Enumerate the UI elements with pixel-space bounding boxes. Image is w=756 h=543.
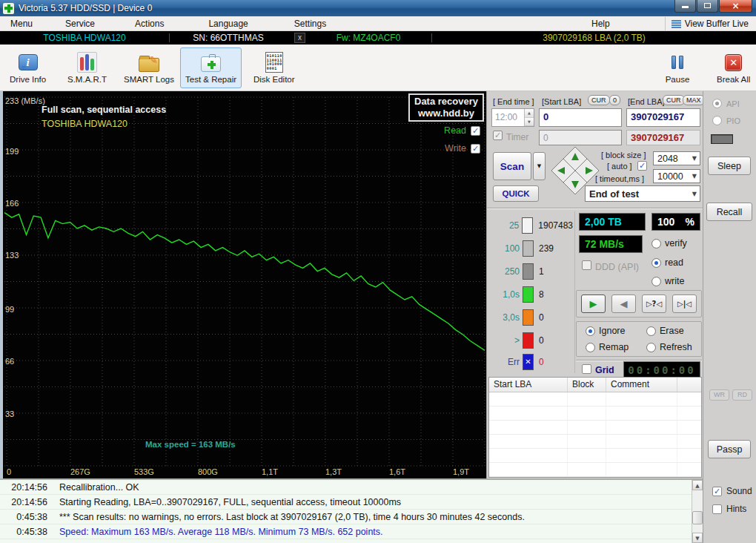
- sleep-button[interactable]: Sleep: [708, 157, 751, 175]
- end-action-select[interactable]: End of test▼: [585, 185, 700, 202]
- pio-radio[interactable]: PIO: [712, 116, 740, 125]
- drive-firmware: Fw: MZ4OACF0: [305, 31, 431, 45]
- erase-radio[interactable]: Erase: [646, 326, 684, 336]
- test-repair-button[interactable]: Test & Repair: [180, 47, 242, 88]
- hints-checkbox[interactable]: Hints: [712, 504, 746, 514]
- speed-display: 72 MB/s: [579, 235, 643, 253]
- read-radio[interactable]: read: [651, 257, 683, 268]
- defect-table[interactable]: Start LBA Block Comment: [488, 377, 702, 478]
- x-tick-label: 1,3T: [325, 467, 342, 476]
- side-column: API PIO Sleep Recall WR RD Passp Sound H…: [703, 91, 756, 543]
- menu-item-menu[interactable]: Menu: [3, 17, 40, 30]
- block-size-select[interactable]: 2048▼: [653, 151, 700, 165]
- end-time-label: [ End time ]: [493, 97, 534, 106]
- y-tick-label: 199: [5, 147, 19, 156]
- log-area: 20:14:56Recallibration... OK 20:14:56Sta…: [0, 478, 703, 543]
- view-buffer-live-button[interactable]: View Buffer Live: [665, 17, 756, 30]
- victoria-window: Victoria 5.37 HDD/SSD | Device 0 × Menu …: [0, 0, 756, 543]
- api-radio[interactable]: API: [712, 99, 740, 108]
- read-checkbox[interactable]: [471, 126, 480, 136]
- log-row: 0:45:38Speed: Maximum 163 MB/s. Average …: [0, 524, 703, 539]
- latency-row-err: Err0: [490, 352, 573, 372]
- log-row: 0:45:38*** Scan results: no warnings, no…: [0, 510, 703, 524]
- end-time-spinner[interactable]: 12:00 ▲▼: [491, 108, 534, 127]
- end-lba-shadow-value: 3907029167: [626, 130, 700, 145]
- maximize-button[interactable]: [697, 0, 718, 13]
- passp-button[interactable]: Passp: [708, 440, 751, 458]
- grid-checkbox[interactable]: [582, 364, 591, 374]
- menu-item-service[interactable]: Service: [58, 17, 102, 30]
- x-tick-label: 1,6T: [389, 467, 405, 476]
- end-lba-max-button[interactable]: MAX: [683, 95, 705, 105]
- rd-button[interactable]: RD: [732, 389, 752, 401]
- smart-button[interactable]: S.M.A.R.T: [62, 47, 112, 88]
- quick-button[interactable]: QUICK: [493, 185, 539, 202]
- remap-radio[interactable]: Remap: [586, 342, 629, 352]
- disk-editor-button[interactable]: 010110 110011 101000 0001 Disk Editor: [248, 47, 300, 88]
- start-lba-zero-button[interactable]: 0: [609, 95, 620, 105]
- ddd-checkbox[interactable]: [582, 260, 591, 272]
- end-lba-input[interactable]: 3907029167: [626, 108, 700, 127]
- scroll-down-icon[interactable]: ▼: [692, 533, 703, 543]
- refresh-radio[interactable]: Refresh: [646, 342, 692, 352]
- spin-down-icon[interactable]: ▼: [525, 118, 534, 127]
- play-forward-button[interactable]: ▶: [581, 294, 606, 313]
- progress-display: 100%: [651, 213, 700, 231]
- defect-table-row: [489, 392, 701, 407]
- seek-random-button[interactable]: ▷?◁: [642, 294, 666, 313]
- start-lba-input[interactable]: 0: [539, 108, 622, 127]
- scan-dropdown-button[interactable]: ▼: [533, 152, 546, 180]
- serial-close-button[interactable]: x: [294, 33, 305, 43]
- end-lba-cur-button[interactable]: CUR: [663, 95, 685, 105]
- drive-info-button[interactable]: i Drive Info: [4, 47, 51, 88]
- latency-row-250ms: 2501: [490, 262, 573, 281]
- close-button[interactable]: ×: [719, 0, 752, 13]
- scroll-up-icon[interactable]: ▲: [692, 480, 703, 490]
- start-lba-cur-button[interactable]: CUR: [588, 95, 610, 105]
- menu-item-settings[interactable]: Settings: [287, 17, 334, 30]
- play-backward-button[interactable]: ◀: [611, 294, 636, 313]
- auto-checkbox[interactable]: [637, 161, 647, 171]
- x-tick-label: 1,9T: [453, 467, 469, 476]
- menu-item-help[interactable]: Help: [581, 17, 620, 30]
- menubar: Menu Service Actions Language Settings H…: [0, 16, 756, 31]
- break-all-button[interactable]: ✕ Break All: [712, 47, 755, 88]
- y-tick-label: 166: [5, 199, 19, 208]
- spin-up-icon[interactable]: ▲: [525, 109, 534, 118]
- seek-end-button[interactable]: ▷|◁: [672, 294, 697, 313]
- y-tick-label: 133: [5, 251, 19, 260]
- y-tick-label: 233 (MB/s): [5, 96, 45, 105]
- control-panel: [ End time ] [Start LBA] CUR 0 [End LBA]…: [486, 91, 703, 478]
- write-checkbox[interactable]: [471, 144, 480, 154]
- pause-button[interactable]: Pause: [660, 47, 695, 88]
- drive-serial: SN: 66OTTHMAS: [170, 31, 287, 45]
- timer-checkbox[interactable]: [493, 131, 503, 140]
- recall-button[interactable]: Recall: [706, 203, 752, 221]
- close-icon: ×: [732, 1, 739, 11]
- scroll-thumb[interactable]: [692, 511, 703, 524]
- end-lba-label: [End LBA]: [628, 97, 665, 106]
- defect-table-row: [489, 449, 701, 463]
- write-radio[interactable]: write: [651, 276, 684, 286]
- first-aid-icon: [201, 56, 221, 72]
- timer-label: Timer: [506, 132, 528, 142]
- defect-table-row: [489, 421, 701, 435]
- scan-button[interactable]: Scan: [493, 152, 531, 180]
- latency-block: [523, 263, 534, 280]
- verify-radio[interactable]: verify: [651, 238, 687, 249]
- log-scrollbar[interactable]: ▲ ▼: [692, 480, 703, 543]
- menu-item-actions[interactable]: Actions: [127, 17, 171, 30]
- folder-pencil-icon: ✎: [139, 58, 159, 72]
- drive-model[interactable]: TOSHIBA HDWA120: [0, 31, 169, 45]
- latency-row-3s: 3,0s0: [490, 308, 573, 327]
- sound-checkbox[interactable]: Sound: [712, 486, 752, 496]
- app-icon: [3, 3, 14, 14]
- wr-button[interactable]: WR: [709, 389, 729, 401]
- y-tick-label: 99: [5, 305, 14, 314]
- smart-logs-button[interactable]: ✎ SMART Logs: [119, 47, 179, 88]
- ignore-radio[interactable]: Ignore: [586, 326, 625, 336]
- minimize-button[interactable]: [674, 0, 696, 13]
- timeout-select[interactable]: 10000▼: [653, 169, 700, 183]
- menu-item-language[interactable]: Language: [201, 17, 255, 30]
- capacity-display: 2,00 TB: [579, 213, 646, 231]
